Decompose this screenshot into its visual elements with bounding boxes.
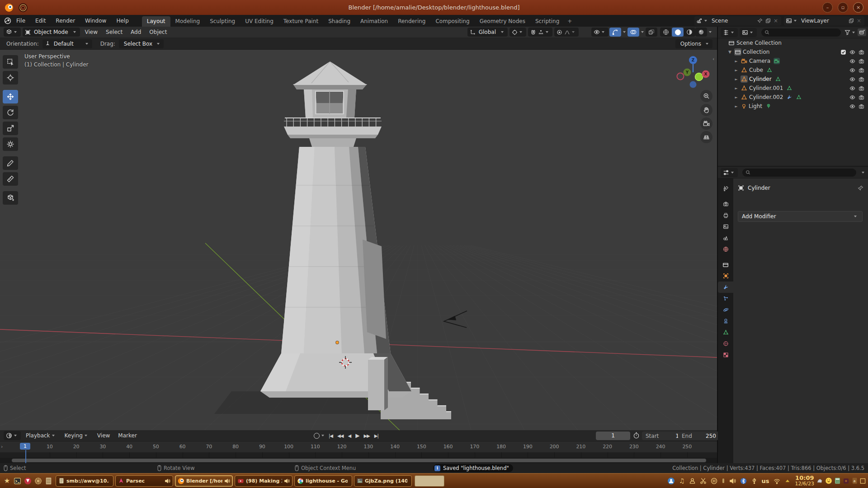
keyboard-layout-indicator[interactable]: us <box>762 478 769 484</box>
clock[interactable]: 10:0912/6/23 <box>795 475 814 487</box>
scene-selector[interactable]: Scene × <box>694 16 781 26</box>
collection-checkbox[interactable] <box>840 49 846 55</box>
disclosure-collapsed-icon[interactable]: ► <box>733 59 739 63</box>
play-reverse-button[interactable]: ◀ <box>346 432 353 439</box>
tray-caret-up-icon[interactable] <box>784 478 791 484</box>
lighthouse-model[interactable] <box>260 61 451 419</box>
outliner-row-cylinder-002[interactable]: ►Cylinder.002 <box>718 93 868 102</box>
properties-tab-modifiers[interactable] <box>718 282 733 293</box>
timeline-editor-type-button[interactable] <box>4 431 21 440</box>
properties-tab-view-layer[interactable] <box>718 221 733 232</box>
disable-render-camera-icon[interactable] <box>859 49 864 55</box>
properties-tab-physics[interactable] <box>718 304 733 315</box>
current-frame-badge[interactable]: 1 <box>20 443 30 450</box>
taskbar-window-blender[interactable]: Blender [/hom... <box>175 475 233 487</box>
new-collection-button[interactable] <box>858 28 866 36</box>
options-dropdown[interactable]: Options <box>675 39 712 48</box>
tab-animation[interactable]: Animation <box>355 16 393 27</box>
camera-object-wireframe[interactable] <box>444 311 467 328</box>
tray-wifi-icon[interactable] <box>774 478 780 484</box>
tool-annotate[interactable] <box>3 156 18 170</box>
outliner-row-cube[interactable]: ►Cube <box>718 66 868 75</box>
tab-scripting[interactable]: Scripting <box>530 16 564 27</box>
view-layer-name[interactable]: ViewLayer <box>801 18 844 24</box>
shading-dropdown[interactable] <box>709 31 712 33</box>
properties-tab-world[interactable] <box>718 244 733 255</box>
next-keyframe-button[interactable]: ▶▶ <box>362 432 371 439</box>
properties-tab-render[interactable] <box>718 198 733 210</box>
properties-tab-collection[interactable] <box>718 259 733 270</box>
snap-toggle[interactable] <box>528 28 552 37</box>
hide-viewport-eye-icon[interactable] <box>849 67 855 73</box>
tab-layout[interactable]: Layout <box>142 16 170 27</box>
use-preview-range-icon[interactable] <box>633 432 640 439</box>
tray-headset-icon[interactable] <box>689 478 696 484</box>
pin-icon[interactable] <box>757 18 763 23</box>
mesh-data-icon[interactable] <box>796 94 802 100</box>
launcher-media-wheel-icon[interactable] <box>33 475 43 486</box>
disable-render-camera-icon[interactable] <box>859 94 864 100</box>
taskbar-window-parsec[interactable]: Parsec <box>115 475 173 487</box>
disclosure-collapsed-icon[interactable]: ► <box>733 68 739 72</box>
outliner-row-light[interactable]: ►Light <box>718 102 868 111</box>
outliner-display-mode-button[interactable] <box>740 28 757 37</box>
tab-geometry-nodes[interactable]: Geometry Nodes <box>475 16 530 27</box>
viewport-3d[interactable]: User Perspective (1) Collection | Cylind… <box>0 50 717 430</box>
unlink-scene-icon[interactable]: × <box>774 18 778 24</box>
shading-solid-button[interactable] <box>672 28 684 37</box>
tab-shading[interactable]: Shading <box>323 16 355 27</box>
tray-user-blue-icon[interactable] <box>667 477 675 485</box>
orientation-dropdown[interactable]: Default <box>42 39 92 48</box>
viewport-menu-select[interactable]: Select <box>102 29 127 35</box>
tool-scale[interactable] <box>3 122 18 135</box>
new-view-layer-icon[interactable] <box>849 18 854 23</box>
view-layer-browse-icon[interactable] <box>786 18 798 24</box>
minimize-button[interactable]: – <box>822 2 833 13</box>
camera-view-icon[interactable] <box>700 117 712 130</box>
view-layer-selector[interactable]: ViewLayer × <box>784 16 864 26</box>
disclosure-collapsed-icon[interactable]: ► <box>733 95 739 99</box>
maximize-button[interactable]: ▫ <box>838 2 848 13</box>
outliner-row-collection[interactable]: ▼Collection <box>718 47 868 56</box>
tray-pause-icon[interactable] <box>711 478 717 484</box>
jump-to-start-button[interactable]: |◀ <box>327 432 335 439</box>
gizmo-toggle[interactable] <box>609 28 621 37</box>
tool-measure[interactable] <box>3 172 18 186</box>
menu-file[interactable]: File <box>11 18 30 24</box>
properties-editor-type-button[interactable] <box>721 168 738 177</box>
gizmo-dropdown[interactable] <box>623 31 626 33</box>
tab-uv-editing[interactable]: UV Editing <box>240 16 278 27</box>
close-button[interactable]: × <box>853 2 863 13</box>
mesh-data-icon[interactable] <box>775 76 781 82</box>
taskbar-dark-app-icon[interactable] <box>843 478 849 484</box>
hide-viewport-eye-icon[interactable] <box>849 94 855 100</box>
snap-target-dropdown[interactable] <box>509 28 526 37</box>
disable-render-camera-icon[interactable] <box>859 76 864 82</box>
tray-mini-icon[interactable] <box>722 478 725 483</box>
tab-rendering[interactable]: Rendering <box>393 16 430 27</box>
launcher-star-icon[interactable]: ★ <box>2 475 12 486</box>
tray-scissors-icon[interactable] <box>700 478 707 484</box>
launcher-archive-icon[interactable] <box>44 475 53 486</box>
properties-tab-material[interactable] <box>718 338 733 349</box>
pan-hand-icon[interactable] <box>700 104 712 116</box>
taskbar-rock-icon[interactable] <box>816 477 823 484</box>
remove-view-layer-icon[interactable]: × <box>857 18 861 24</box>
taskbar-dictionary-icon[interactable]: a <box>851 477 858 484</box>
outliner-filter-button[interactable] <box>844 29 857 35</box>
timeline-ruler[interactable]: 1020304050607080901001101201301401501601… <box>0 441 717 452</box>
properties-tab-data[interactable] <box>718 327 733 338</box>
tool-rotate[interactable] <box>3 106 18 119</box>
taskbar-smiley-icon[interactable] <box>825 477 832 484</box>
proportional-editing-toggle[interactable] <box>554 28 579 37</box>
tool-add-cube[interactable] <box>3 191 18 205</box>
shading-rendered-button[interactable] <box>695 28 707 37</box>
blender-menu-icon[interactable] <box>4 17 11 24</box>
tray-volume-icon[interactable] <box>729 478 736 484</box>
tool-select-box[interactable] <box>3 55 18 69</box>
taskbar-window-file-manager[interactable]: smb://awv@10.0.0... <box>56 475 113 487</box>
properties-options-dropdown[interactable] <box>862 172 864 174</box>
tool-cursor[interactable] <box>3 71 18 84</box>
timeline-menu-view[interactable]: View <box>93 432 114 439</box>
zoom-icon[interactable] <box>700 90 712 102</box>
